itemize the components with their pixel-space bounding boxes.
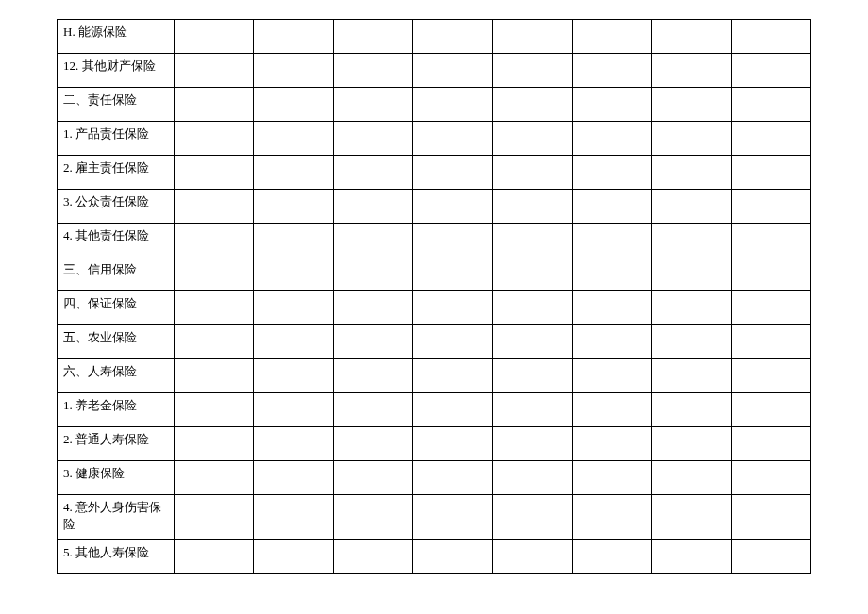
table-row: 3. 公众责任保险 bbox=[58, 190, 811, 224]
table-cell bbox=[254, 190, 333, 224]
table-cell bbox=[572, 495, 651, 540]
table-cell bbox=[413, 224, 492, 257]
table-cell bbox=[572, 20, 651, 54]
table-cell bbox=[333, 257, 412, 291]
table-cell bbox=[333, 190, 412, 224]
table-cell bbox=[492, 427, 572, 461]
table-cell bbox=[413, 540, 492, 574]
table-cell bbox=[492, 461, 572, 495]
row-label: 二、责任保险 bbox=[58, 88, 175, 122]
table-cell bbox=[175, 393, 254, 427]
table-cell bbox=[333, 291, 412, 325]
table-cell bbox=[492, 495, 572, 540]
table-cell bbox=[572, 393, 651, 427]
table-cell bbox=[731, 190, 810, 224]
table-cell bbox=[254, 540, 333, 574]
table-cell bbox=[333, 427, 412, 461]
table-cell bbox=[572, 427, 651, 461]
table-cell bbox=[254, 257, 333, 291]
table-cell bbox=[413, 291, 492, 325]
table-row: 1. 产品责任保险 bbox=[58, 122, 811, 156]
table-cell bbox=[333, 224, 412, 257]
table-cell bbox=[413, 495, 492, 540]
table-cell bbox=[175, 461, 254, 495]
table-cell bbox=[175, 190, 254, 224]
table-cell bbox=[731, 224, 810, 257]
table-cell bbox=[254, 495, 333, 540]
table-cell bbox=[652, 224, 731, 257]
row-label: 四、保证保险 bbox=[58, 291, 175, 325]
table-cell bbox=[413, 122, 492, 156]
table-cell bbox=[652, 540, 731, 574]
row-label: 五、农业保险 bbox=[58, 325, 175, 359]
table-cell bbox=[652, 122, 731, 156]
table-cell bbox=[572, 156, 651, 190]
table-cell bbox=[572, 461, 651, 495]
table-row: 1. 养老金保险 bbox=[58, 393, 811, 427]
table-row: 2. 普通人寿保险 bbox=[58, 427, 811, 461]
table-row: 五、农业保险 bbox=[58, 325, 811, 359]
table-cell bbox=[731, 257, 810, 291]
table-row: 3. 健康保险 bbox=[58, 461, 811, 495]
table-row: 2. 雇主责任保险 bbox=[58, 156, 811, 190]
table-cell bbox=[652, 54, 731, 88]
table-cell bbox=[652, 20, 731, 54]
row-label: 3. 健康保险 bbox=[58, 461, 175, 495]
table-cell bbox=[175, 427, 254, 461]
table-cell bbox=[175, 359, 254, 393]
table-cell bbox=[254, 54, 333, 88]
table-cell bbox=[333, 393, 412, 427]
table-cell bbox=[175, 540, 254, 574]
table-cell bbox=[413, 156, 492, 190]
row-label: 4. 意外人身伤害保险 bbox=[58, 495, 175, 540]
row-label: 2. 普通人寿保险 bbox=[58, 427, 175, 461]
table-cell bbox=[731, 20, 810, 54]
table-cell bbox=[492, 359, 572, 393]
table-cell bbox=[175, 54, 254, 88]
table-cell bbox=[492, 54, 572, 88]
table-cell bbox=[572, 122, 651, 156]
row-label: 六、人寿保险 bbox=[58, 359, 175, 393]
table-cell bbox=[652, 325, 731, 359]
table-cell bbox=[652, 291, 731, 325]
table-cell bbox=[175, 88, 254, 122]
table-cell bbox=[572, 190, 651, 224]
table-cell bbox=[254, 156, 333, 190]
table-cell bbox=[413, 461, 492, 495]
table-cell bbox=[254, 291, 333, 325]
table-cell bbox=[333, 88, 412, 122]
table-cell bbox=[413, 427, 492, 461]
table-cell bbox=[413, 393, 492, 427]
table-cell bbox=[492, 325, 572, 359]
row-label: 2. 雇主责任保险 bbox=[58, 156, 175, 190]
row-label: 4. 其他责任保险 bbox=[58, 224, 175, 257]
table-cell bbox=[492, 540, 572, 574]
table-cell bbox=[333, 20, 412, 54]
table-cell bbox=[254, 88, 333, 122]
table-cell bbox=[731, 325, 810, 359]
table-cell bbox=[492, 20, 572, 54]
table-cell bbox=[492, 122, 572, 156]
table-row: 12. 其他财产保险 bbox=[58, 54, 811, 88]
table-cell bbox=[254, 122, 333, 156]
table-cell bbox=[572, 257, 651, 291]
table-cell bbox=[413, 88, 492, 122]
table-cell bbox=[175, 224, 254, 257]
table-cell bbox=[572, 291, 651, 325]
table-cell bbox=[413, 190, 492, 224]
table-cell bbox=[333, 461, 412, 495]
table-cell bbox=[652, 393, 731, 427]
table-cell bbox=[175, 122, 254, 156]
table-row: 4. 其他责任保险 bbox=[58, 224, 811, 257]
table-cell bbox=[333, 54, 412, 88]
table-cell bbox=[652, 190, 731, 224]
table-cell bbox=[175, 291, 254, 325]
table-cell bbox=[572, 325, 651, 359]
table-cell bbox=[731, 393, 810, 427]
table-cell bbox=[652, 427, 731, 461]
table-cell bbox=[413, 54, 492, 88]
row-label: 1. 养老金保险 bbox=[58, 393, 175, 427]
table-cell bbox=[572, 54, 651, 88]
table-cell bbox=[652, 461, 731, 495]
table-cell bbox=[254, 224, 333, 257]
